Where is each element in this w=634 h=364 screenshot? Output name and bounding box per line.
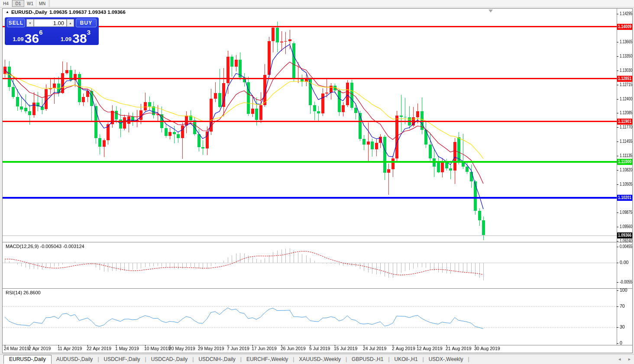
buy-price-display[interactable]: 1.09 38 3 [52,28,99,44]
tab-scroll-left-icon[interactable]: ◄ [618,357,621,361]
one-click-trading-panel: SELL ▼ ▲ BUY 1.09 36 6 1.09 38 3 [5,17,99,45]
chart-tabs-bar: EURUSD-,Daily AUDUSD-,Daily| USDCHF-,Dai… [0,354,634,364]
chevron-up-icon: ▲ [69,22,72,25]
tab-ukoil-h1[interactable]: UKOil-,H1 [390,356,423,362]
buy-price-big: 38 [72,33,87,44]
macd-indicator-header: MACD(12,26,9) -0.005043 -0.003124 [6,244,84,249]
chart-window: ▲ EURUSD-,Daily 1.09635 1.09637 1.09343 … [2,8,633,353]
sell-price-small: 1.09 [13,36,23,42]
tab-eurchf-weekly[interactable]: EURCHF-,Weekly [242,356,293,362]
tab-gbpusd-h1[interactable]: GBPUSD-,H1 [347,356,388,362]
price-axis[interactable] [617,9,633,345]
sell-price-pip: 6 [39,29,42,36]
timeframe-toolbar: H4 D1 W1 MN [0,0,634,7]
buy-button[interactable]: BUY [76,19,97,27]
time-axis[interactable] [3,345,617,353]
timeframe-button-d1[interactable]: D1 [12,0,24,7]
tab-usdx-weekly[interactable]: USDX-,Weekly [424,356,468,362]
tab-separator: | [468,356,469,362]
sell-price-display[interactable]: 1.09 36 6 [5,28,51,44]
volume-decrease-button[interactable]: ▼ [26,19,34,27]
tab-scroll-right-icon[interactable]: ► [628,357,631,361]
chart-ohlc-values: 1.09635 1.09637 1.09343 1.09366 [49,10,126,15]
mt4-application: H4 D1 W1 MN ▲ EURUSD-,Daily 1.09635 1.09… [0,0,634,364]
chart-symbol-label: EURUSD-,Daily [11,10,47,15]
tab-usdcad-daily[interactable]: USDCAD-,Daily [146,356,193,362]
chart-title: ▲ EURUSD-,Daily 1.09635 1.09637 1.09343 … [6,10,126,15]
chart-shift-marker-icon[interactable] [488,10,493,13]
timeframe-button-h4[interactable]: H4 [0,0,12,7]
tab-usdchf-daily[interactable]: USDCHF-,Daily [99,356,145,362]
price-chart-canvas[interactable] [3,9,632,353]
sell-button[interactable]: SELL [7,19,25,27]
timeframe-button-w1[interactable]: W1 [24,0,36,7]
chevron-down-icon: ▼ [29,22,32,25]
toolbar-separator [49,0,50,7]
volume-input[interactable] [34,19,67,27]
panel-collapse-icon[interactable]: ▲ [6,10,9,14]
tab-eurusd-daily[interactable]: EURUSD-,Daily [3,355,52,364]
sell-price-big: 36 [25,33,39,44]
buy-price-small: 1.09 [61,36,71,42]
tab-usdcnh-daily[interactable]: USDCNH-,Daily [194,356,240,362]
tab-xauusd-weekly[interactable]: XAUUSD-,Weekly [294,356,345,362]
buy-price-pip: 3 [87,29,91,36]
rsi-indicator-header: RSI(14) 26.8600 [6,290,41,295]
timeframe-button-mn[interactable]: MN [36,0,49,7]
tab-audusd-daily[interactable]: AUDUSD-,Daily [52,356,98,362]
volume-increase-button[interactable]: ▲ [67,19,74,27]
